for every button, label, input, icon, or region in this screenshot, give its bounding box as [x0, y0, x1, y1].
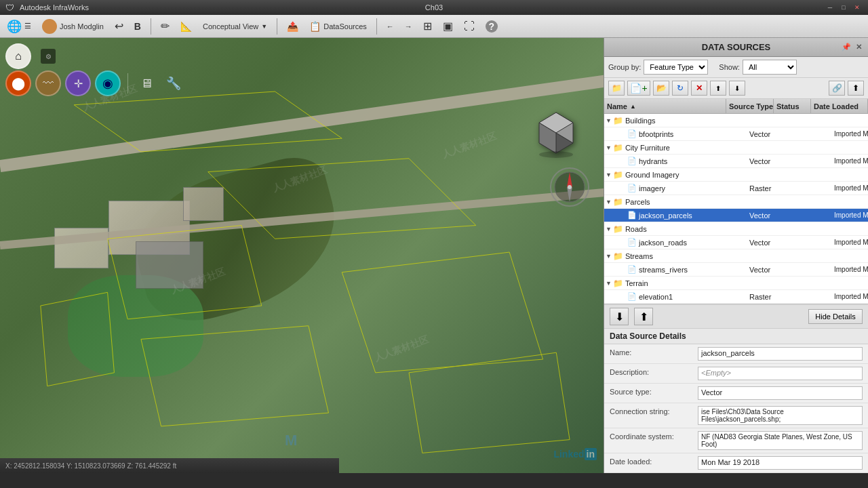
tool-brown-button[interactable]: 〰 [35, 70, 61, 96]
name-field-value[interactable]: jackson_parcels [698, 347, 863, 361]
bfootprints-status [795, 127, 833, 140]
watermark5: 人人素材社区 [440, 130, 498, 161]
user-button[interactable]: Josh Modglin [38, 17, 108, 36]
city-furniture-folder-icon: 📁 [613, 143, 623, 152]
show-dropdown[interactable]: All [743, 60, 797, 75]
file-row-elevation1[interactable]: 📄 elevation1 Raster Imported Mon Jul 3 2… [604, 290, 868, 304]
maximize-button[interactable]: □ [838, 2, 849, 13]
folder-row-ground-imagery[interactable]: ▼ 📁 Ground Imagery [604, 168, 868, 182]
design-button[interactable]: ✏ [157, 17, 174, 36]
fullscreen-button[interactable]: ⛶ [460, 17, 479, 36]
tool-orange-button[interactable]: ⬤ [5, 70, 31, 96]
settings-tool-button[interactable]: ⚙ [41, 49, 56, 64]
expand-city-furniture[interactable]: ▼ [606, 144, 612, 151]
forward-button[interactable]: → [401, 17, 416, 36]
toolbar-sep3 [376, 18, 377, 35]
file-row-jackson-parcels[interactable]: 📄 jackson_parcels Vector Imported Mon Ma… [604, 209, 868, 222]
toolbar-sep2 [277, 18, 277, 35]
import-button[interactable]: ⬇ [729, 81, 745, 96]
details-up-button[interactable]: ⬆ [634, 308, 653, 325]
jackson-roads-type: Vector [748, 236, 795, 249]
3d-cube[interactable] [529, 106, 583, 160]
undo-button[interactable]: ↩ [111, 17, 127, 36]
help-icon: ? [486, 20, 498, 33]
datasources-button[interactable]: 📋 DataSources [305, 17, 371, 36]
expand-ground-imagery[interactable]: ▼ [606, 171, 612, 178]
svg-line-20 [409, 352, 556, 373]
expand-streams[interactable]: ▼ [606, 253, 612, 260]
watermark4: 人人素材社区 [372, 333, 430, 365]
monitor-button[interactable]: 🖥 [135, 72, 158, 95]
file-row-hydrants[interactable]: 📄 hydrants Vector Imported Mon Mar 19 2.… [604, 155, 868, 168]
city-furniture-type [726, 141, 774, 154]
tool-purple-button[interactable]: ✛ [65, 70, 91, 96]
terrain-type [726, 277, 774, 289]
split-button[interactable]: ▣ [439, 17, 457, 36]
expand-parcels[interactable]: ▼ [606, 199, 612, 205]
refresh-button[interactable]: ↻ [672, 81, 688, 96]
monitor-icon: 🖥 [140, 77, 153, 91]
home-tool-button[interactable]: ⌂ [5, 43, 31, 69]
jackson-roads-label: jackson_roads [639, 239, 687, 247]
connection-field-value[interactable]: ise Files\Ch03\Data Source Files\jackson… [698, 406, 863, 425]
add-datasource-button[interactable]: 📄+ [627, 81, 650, 96]
panel-pin-button[interactable]: 📌 [841, 42, 852, 53]
details-down-button[interactable]: ⬇ [610, 308, 629, 325]
folder-row-city-furniture[interactable]: ▼ 📁 City Furniture [604, 141, 868, 155]
open-button[interactable]: 📂 [653, 81, 669, 96]
hide-details-button[interactable]: Hide Details [808, 309, 863, 324]
toolbar-sep1 [151, 18, 151, 35]
aerial-imagery: 人人素材社区 人人素材社区 人人素材社区 人人素材社区 人人素材社区 [0, 38, 604, 473]
extra-btn1[interactable]: 🔗 [829, 81, 845, 96]
file-row-imagery[interactable]: 📄 imagery Raster Imported Mon Mar 19 2..… [604, 182, 868, 195]
wrench-button[interactable]: 🔧 [162, 72, 185, 95]
analysis-icon: 📐 [180, 21, 192, 32]
folder-row-roads[interactable]: ▼ 📁 Roads [604, 222, 868, 236]
delete-button[interactable]: ✕ [691, 81, 707, 96]
folder-row-streams[interactable]: ▼ 📁 Streams [604, 249, 868, 263]
map-viewport[interactable]: 人人素材社区 人人素材社区 人人素材社区 人人素材社区 人人素材社区 ⌂ ⚙ ⬤… [0, 38, 604, 473]
export-button[interactable]: 📤 [283, 17, 302, 36]
minimize-button[interactable]: ─ [825, 2, 835, 13]
compass[interactable] [549, 167, 590, 207]
sync-button[interactable]: ⊞ [419, 17, 436, 36]
buildings-type [726, 114, 774, 127]
extra-btn2[interactable]: ⬆ [848, 81, 864, 96]
add-folder-button[interactable]: 📁 [608, 81, 625, 96]
description-field-value[interactable]: <Empty> [698, 367, 863, 380]
panel-close-button[interactable]: ✕ [853, 42, 864, 53]
view-button[interactable]: Conceptual View ▼ [199, 17, 271, 36]
file-row-streams-rivers[interactable]: 📄 streams_rivers Vector Imported Mon Mar… [604, 263, 868, 277]
export-button[interactable]: ⬆ [710, 81, 726, 96]
expand-buildings[interactable]: ▼ [606, 117, 612, 124]
user-name-label: Josh Modglin [60, 22, 104, 30]
help-button[interactable]: ? [481, 17, 502, 36]
buildings-folder-icon: 📁 [613, 116, 623, 125]
terrain-date [811, 277, 868, 289]
close-button[interactable]: ✕ [852, 2, 863, 13]
folder-row-terrain[interactable]: ▼ 📁 Terrain [604, 277, 868, 290]
tool-teal-button[interactable]: ◉ [95, 70, 121, 96]
source-type-field-value[interactable]: Vector [698, 386, 863, 400]
bold-icon: B [134, 21, 141, 32]
streams-folder-icon: 📁 [613, 251, 623, 261]
group-by-dropdown[interactable]: Feature Type [644, 60, 708, 75]
detail-row-source-type: Source type: Vector [604, 384, 868, 403]
jackson-roads-date: Imported Mon Mar 19 2... [833, 236, 868, 249]
file-row-jackson-roads[interactable]: 📄 jackson_roads Vector Imported Mon Mar … [604, 236, 868, 249]
bold-button[interactable]: B [130, 17, 145, 36]
export-icon: ⬆ [715, 85, 721, 92]
analysis-button[interactable]: 📐 [176, 17, 196, 36]
roads-folder-icon: 📁 [613, 224, 623, 234]
imagery-file-icon: 📄 [627, 184, 637, 192]
folder-row-parcels[interactable]: ▼ 📁 Parcels [604, 195, 868, 209]
file-row-bfootprints[interactable]: 📄 bfootprints Vector Imported Mon Mar 19… [604, 127, 868, 141]
data-sources-panel: DATA SOURCES 📌 ✕ Group by: Feature Type … [604, 38, 868, 473]
folder-row-buildings[interactable]: ▼ 📁 Buildings [604, 114, 868, 127]
expand-terrain[interactable]: ▼ [606, 280, 612, 287]
coordinate-field-value[interactable]: NF (NAD83 Georgia State Planes, West Zon… [698, 431, 863, 450]
expand-roads[interactable]: ▼ [606, 226, 612, 232]
upload-icon: ⬆ [852, 83, 859, 93]
back-button[interactable]: ← [382, 17, 398, 36]
logo-menu-button[interactable]: 🌐 ☰ [3, 17, 35, 36]
